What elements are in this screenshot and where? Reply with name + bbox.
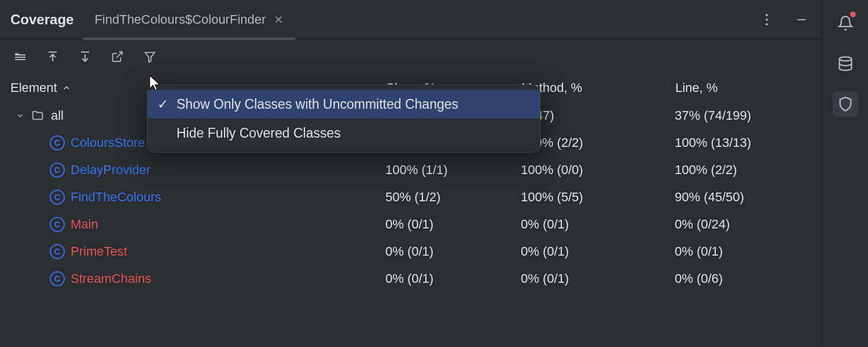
folder-icon xyxy=(30,109,45,122)
notifications-icon[interactable] xyxy=(833,10,858,36)
kebab-menu-icon[interactable] xyxy=(757,10,777,29)
line-pct: 100% (2/2) xyxy=(668,163,807,178)
class-icon: C xyxy=(50,135,65,150)
filter-popup: ✓ Show Only Classes with Uncommitted Cha… xyxy=(147,84,540,153)
class-icon: C xyxy=(50,190,65,205)
method-pct: 0% (0/1) xyxy=(517,244,668,259)
class-pct: 0% (0/1) xyxy=(382,217,517,232)
class-pct: 100% (1/1) xyxy=(382,163,517,178)
toolbar xyxy=(0,39,822,74)
shield-icon[interactable] xyxy=(833,91,858,117)
filter-option-uncommitted[interactable]: ✓ Show Only Classes with Uncommitted Cha… xyxy=(148,90,540,119)
line-pct: 90% (45/50) xyxy=(668,190,807,205)
panel-title: Coverage xyxy=(10,12,73,28)
svg-line-7 xyxy=(116,52,122,58)
method-pct: 0% (0/1) xyxy=(517,271,668,286)
table-row[interactable]: C FindTheColours 50% (1/2) 100% (5/5) 90… xyxy=(0,183,822,211)
table-row[interactable]: C PrimeTest 0% (0/1) 0% (0/1) 0% (0/1) xyxy=(0,238,822,265)
line-pct: 100% (13/13) xyxy=(668,135,807,150)
import-icon[interactable] xyxy=(43,47,62,67)
class-icon: C xyxy=(50,217,65,232)
class-pct: 0% (0/1) xyxy=(382,271,517,286)
table-row[interactable]: C StreamChains 0% (0/1) 0% (0/1) 0% (0/6… xyxy=(0,265,822,292)
notification-badge xyxy=(850,12,856,17)
chevron-down-icon[interactable] xyxy=(10,111,30,120)
method-pct: 100% (5/5) xyxy=(517,190,668,205)
column-line[interactable]: Line, % xyxy=(668,80,807,95)
row-name: all xyxy=(51,108,64,123)
class-pct: 0% (0/1) xyxy=(382,244,517,259)
panel-header: Coverage FindTheColours$ColourFinder ✕ xyxy=(0,0,822,39)
class-icon: C xyxy=(50,163,65,178)
method-pct: 0% (0/1) xyxy=(517,217,668,232)
line-pct: 0% (0/1) xyxy=(668,244,807,259)
class-pct: 50% (1/2) xyxy=(382,190,517,205)
row-name: DelayProvider xyxy=(71,163,150,178)
line-pct: 37% (74/199) xyxy=(668,108,807,123)
svg-rect-1 xyxy=(15,57,25,58)
class-icon: C xyxy=(50,244,65,259)
export-icon[interactable] xyxy=(75,47,95,67)
flatten-packages-icon[interactable] xyxy=(10,47,30,67)
filter-icon[interactable] xyxy=(140,47,160,67)
table-row[interactable]: C Main 0% (0/1) 0% (0/1) 0% (0/24) xyxy=(0,211,822,238)
table-row[interactable]: C DelayProvider 100% (1/1) 100% (0/0) 10… xyxy=(0,156,822,183)
tab-label: FindTheColours$ColourFinder xyxy=(94,12,266,27)
row-name: PrimeTest xyxy=(71,244,127,259)
row-name: ColoursStore xyxy=(71,135,145,150)
open-tab[interactable]: FindTheColours$ColourFinder ✕ xyxy=(89,0,289,39)
row-name: Main xyxy=(71,217,98,232)
row-name: StreamChains xyxy=(71,271,151,286)
filter-option-hide-covered[interactable]: Hide Fully Covered Classes xyxy=(148,119,540,147)
filter-option-label: Show Only Classes with Uncommitted Chang… xyxy=(176,97,458,112)
line-pct: 0% (0/6) xyxy=(668,271,807,286)
right-tool-strip xyxy=(822,0,868,347)
svg-marker-8 xyxy=(145,53,155,62)
database-icon[interactable] xyxy=(833,51,858,76)
filter-option-label: Hide Fully Covered Classes xyxy=(176,125,341,141)
column-element-label: Element xyxy=(10,80,57,95)
svg-point-9 xyxy=(839,57,851,61)
minimize-icon[interactable] xyxy=(792,10,811,29)
coverage-panel: Coverage FindTheColours$ColourFinder ✕ xyxy=(0,0,822,347)
method-pct: 100% (0/0) xyxy=(517,163,668,178)
check-icon: ✓ xyxy=(157,97,168,112)
svg-rect-2 xyxy=(15,59,25,60)
open-external-icon[interactable] xyxy=(108,47,127,67)
sort-asc-icon xyxy=(62,83,71,93)
line-pct: 0% (0/24) xyxy=(668,217,807,232)
close-icon[interactable]: ✕ xyxy=(274,13,284,27)
row-name: FindTheColours xyxy=(71,190,161,205)
class-icon: C xyxy=(50,271,65,286)
